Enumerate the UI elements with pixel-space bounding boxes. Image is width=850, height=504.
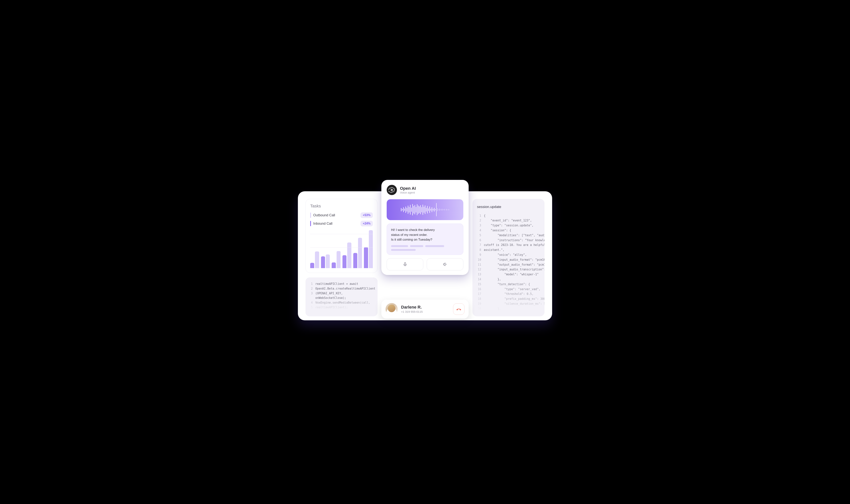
audio-waveform <box>387 199 463 220</box>
agent-name: Open AI <box>400 186 416 191</box>
code-snippet-left: 1realtimeAPIClient = await2OpenAI.Beta.c… <box>306 277 378 316</box>
speaker-icon <box>442 262 448 267</box>
tasks-title: Tasks <box>310 204 373 209</box>
agent-subtitle: Voice agent <box>400 191 416 194</box>
voice-agent-card: Open AI Voice agent Hi! I want to check … <box>381 180 469 275</box>
legend-swatch-inbound <box>310 221 311 226</box>
caller-avatar <box>385 303 398 315</box>
openai-logo-icon <box>387 185 397 195</box>
speaker-button[interactable] <box>427 258 463 270</box>
hangup-button[interactable] <box>453 303 465 315</box>
code-snippet-right: session.update 1{2 "event_id": "event_12… <box>472 199 544 316</box>
legend-outbound: Outbound Call +53% <box>310 212 373 218</box>
transcript-text: Hi! I want to check the delivery status … <box>391 228 459 242</box>
microphone-icon <box>403 262 408 267</box>
legend-label-outbound: Outbound Call <box>313 213 335 217</box>
tasks-panel: Tasks Outbound Call +53% Inbound Call +2… <box>306 199 378 273</box>
caller-card: Darlene R. +1 319 555-0115 <box>381 300 469 319</box>
legend-label-inbound: Inbound Call <box>313 222 332 226</box>
svg-rect-0 <box>404 263 406 265</box>
dashboard-card: Tasks Outbound Call +53% Inbound Call +2… <box>298 191 552 320</box>
code-right-title: session.update <box>477 204 540 210</box>
caller-name: Darlene R. <box>401 305 423 310</box>
microphone-button[interactable] <box>387 258 423 270</box>
delta-badge-outbound: +53% <box>361 212 373 218</box>
caller-phone: +1 319 555-0115 <box>401 310 423 313</box>
tasks-bar-chart <box>310 230 373 268</box>
legend-inbound: Inbound Call +24% <box>310 221 373 227</box>
transcript-loading-placeholder <box>391 245 459 251</box>
transcript-bubble: Hi! I want to check the delivery status … <box>387 223 463 255</box>
delta-badge-inbound: +24% <box>361 221 373 227</box>
legend-swatch-outbound <box>310 213 311 218</box>
phone-hangup-icon <box>456 306 462 312</box>
